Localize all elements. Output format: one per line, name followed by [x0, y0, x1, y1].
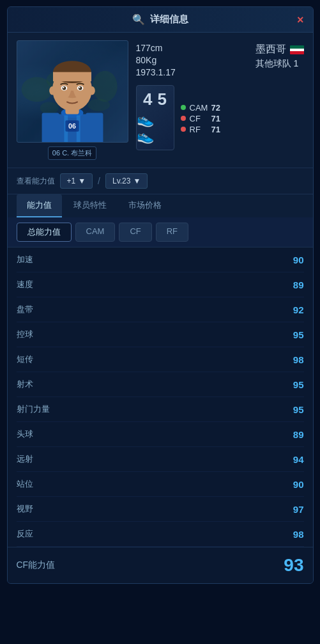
- stat-name: 远射: [17, 453, 33, 465]
- svg-point-2: [92, 71, 117, 102]
- position-ratings-list: CAM 72 CF 71 RF 71: [181, 103, 220, 134]
- sub-tab-total[interactable]: 总能力值: [17, 223, 72, 242]
- stat-row: 控球 95: [17, 322, 304, 347]
- left-shoe-icon: 👟: [137, 111, 154, 127]
- plus1-label: +1: [67, 177, 76, 185]
- mexico-flag-icon: [290, 45, 304, 54]
- stat-row: 站位 90: [17, 472, 304, 497]
- stat-value: 98: [293, 354, 304, 365]
- stat-name: 射门力量: [17, 404, 50, 415]
- stat-value: 90: [293, 479, 304, 490]
- controls-row: 查看能力值 +1 ▼ / Lv.23 ▼: [8, 168, 313, 194]
- tab-market[interactable]: 市场价格: [118, 194, 172, 217]
- modal: 🔍 详细信息 ×: [7, 6, 314, 584]
- stat-value: 90: [293, 255, 304, 265]
- stat-name: 射术: [17, 379, 33, 390]
- svg-point-19: [63, 87, 64, 88]
- stat-name: 头球: [17, 428, 33, 440]
- svg-point-20: [79, 87, 80, 88]
- stat-row: 速度 89: [17, 272, 304, 297]
- svg-rect-6: [42, 113, 59, 142]
- stat-value: 98: [293, 529, 304, 540]
- position-rating-box: 4 5 👟 👟: [136, 85, 174, 150]
- stat-row: 反应 98: [17, 522, 304, 547]
- stat-value: 92: [293, 304, 304, 315]
- tab-ability[interactable]: 能力值: [17, 194, 62, 217]
- plus1-dropdown[interactable]: +1 ▼: [60, 173, 93, 189]
- stat-value: 95: [293, 404, 304, 415]
- player-bio: 177cm 80Kg 1973.1.17: [136, 43, 176, 77]
- right-shoe-icon: 👟: [137, 128, 154, 144]
- player-info-section: 06 06 C. 布兰科 177cm 80Kg 1973.1.17: [8, 33, 313, 168]
- svg-point-3: [40, 102, 58, 114]
- player-birth: 1973.1.17: [136, 67, 176, 77]
- svg-text:06: 06: [68, 122, 76, 130]
- svg-point-18: [78, 86, 82, 90]
- player-number-badge: 06 C. 布兰科: [48, 146, 96, 160]
- stat-row: 短传 98: [17, 347, 304, 372]
- player-number: 06: [52, 149, 60, 157]
- stat-name: 短传: [17, 354, 33, 365]
- stat-value: 89: [293, 429, 304, 440]
- stat-row: 远射 94: [17, 447, 304, 472]
- stat-name: 速度: [17, 279, 33, 290]
- stat-name: 控球: [17, 329, 33, 340]
- view-stats-label: 查看能力值: [17, 176, 55, 187]
- player-weight: 80Kg: [136, 55, 176, 65]
- lv-label: Lv.23: [112, 177, 130, 185]
- stats-list: 加速 90 速度 89 盘带 92 控球 95 短传 98 射术 95 射门力量…: [8, 247, 313, 547]
- player-name: C. 布兰科: [62, 149, 92, 157]
- close-button[interactable]: ×: [297, 13, 304, 26]
- total-row: CF能力值 93: [8, 547, 313, 583]
- svg-point-4: [88, 98, 110, 111]
- cf-dot-icon: [181, 116, 186, 121]
- player-stats-section: 177cm 80Kg 1973.1.17 墨西哥 其他球队 1: [136, 40, 304, 160]
- stat-value: 94: [293, 454, 304, 465]
- rf-dot-icon: [181, 127, 186, 132]
- stat-value: 89: [293, 279, 304, 290]
- rating-left: 4: [143, 91, 152, 107]
- pos-rating-cf: CF 71: [181, 114, 220, 123]
- stat-name: 盘带: [17, 304, 33, 315]
- total-label: CF能力值: [17, 560, 56, 571]
- stat-value: 97: [293, 504, 304, 515]
- stat-name: 加速: [17, 254, 33, 265]
- main-tabs: 能力值 球员特性 市场价格: [17, 194, 304, 217]
- player-height: 177cm: [136, 43, 176, 53]
- rating-right: 5: [158, 91, 167, 107]
- stat-name: 视野: [17, 503, 33, 515]
- svg-rect-7: [86, 113, 103, 142]
- modal-header: 🔍 详细信息 ×: [8, 7, 313, 33]
- svg-point-22: [89, 86, 95, 95]
- stat-row: 射门力量 95: [17, 397, 304, 422]
- lv-chevron-icon: ▼: [133, 177, 141, 185]
- player-photo: 06: [17, 40, 128, 143]
- plus1-chevron-icon: ▼: [78, 177, 86, 185]
- sub-tabs: 总能力值 CAM CF RF: [8, 217, 313, 247]
- stat-value: 95: [293, 329, 304, 340]
- player-photo-section: 06 06 C. 布兰科: [17, 40, 128, 160]
- player-country-section: 墨西哥 其他球队 1: [255, 43, 304, 70]
- svg-rect-14: [52, 72, 91, 82]
- sub-tab-rf[interactable]: RF: [156, 223, 188, 242]
- stat-name: 站位: [17, 478, 33, 490]
- stat-value: 95: [293, 379, 304, 390]
- divider: /: [98, 176, 100, 186]
- svg-point-21: [49, 86, 56, 95]
- svg-point-17: [62, 86, 66, 90]
- stat-row: 头球 89: [17, 422, 304, 447]
- modal-title: 详细信息: [150, 13, 188, 26]
- stat-row: 视野 97: [17, 497, 304, 522]
- lv-dropdown[interactable]: Lv.23 ▼: [105, 173, 148, 189]
- player-main-stats: 177cm 80Kg 1973.1.17 墨西哥 其他球队 1: [136, 43, 304, 77]
- pos-rating-cam: CAM 72: [181, 103, 220, 113]
- sub-tab-cam[interactable]: CAM: [75, 223, 116, 242]
- search-icon: 🔍: [132, 13, 145, 26]
- total-value: 93: [284, 555, 303, 576]
- cam-dot-icon: [181, 105, 186, 110]
- country-name: 墨西哥: [255, 43, 286, 56]
- sub-tab-cf[interactable]: CF: [119, 223, 151, 242]
- country-row: 墨西哥: [255, 43, 304, 56]
- tab-traits[interactable]: 球员特性: [63, 194, 117, 217]
- stat-row: 加速 90: [17, 247, 304, 272]
